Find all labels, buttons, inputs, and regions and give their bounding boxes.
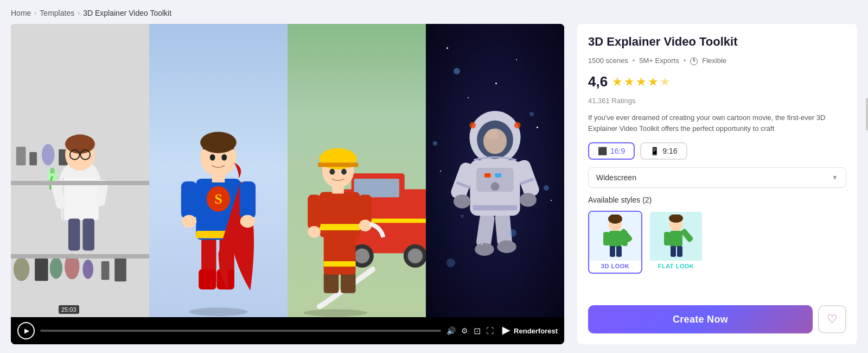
fullscreen-icon[interactable]: ⛶ — [486, 326, 494, 335]
video-controls: ▶ 🔊 ⚙ ⊡ ⛶ Renderforest — [11, 317, 564, 344]
svg-rect-75 — [484, 173, 491, 178]
svg-rect-34 — [181, 181, 197, 219]
svg-point-77 — [491, 182, 500, 191]
style-flat-card[interactable]: FLAT LOOK — [649, 211, 703, 274]
progress-bar[interactable] — [40, 330, 441, 332]
svg-rect-9 — [101, 261, 110, 280]
svg-rect-55 — [324, 261, 356, 267]
svg-rect-21 — [68, 219, 80, 251]
svg-point-41 — [210, 154, 215, 161]
breadcrumb-home[interactable]: Home — [11, 9, 31, 17]
svg-rect-104 — [677, 246, 682, 257]
template-meta: 1500 scenes • 5M+ Exports • Flexible — [588, 56, 846, 65]
svg-point-8 — [82, 260, 93, 279]
svg-point-25 — [189, 307, 248, 316]
style-3d-label: 3D LOOK — [589, 261, 641, 273]
svg-rect-58 — [308, 194, 321, 229]
svg-rect-24 — [50, 168, 55, 173]
monitor-icon: ⬛ — [598, 147, 607, 155]
meta-dot-1: • — [633, 56, 635, 65]
star-4: ★ — [648, 75, 659, 89]
aspect-9-16-label: 9:16 — [662, 147, 677, 155]
rating-value: 4,6 — [588, 73, 608, 90]
svg-rect-66 — [318, 163, 359, 167]
favorite-button[interactable]: ♡ — [818, 305, 846, 333]
resolution-dropdown[interactable]: Widescreen ▼ — [588, 167, 846, 188]
svg-rect-97 — [603, 232, 609, 245]
style-flat-image — [650, 212, 702, 261]
brand-name: Renderforest — [514, 327, 558, 335]
template-description: If you've ever dreamed of creating your … — [588, 112, 846, 134]
style-3d-image — [589, 212, 641, 261]
video-frame-lab — [11, 24, 149, 317]
svg-rect-105 — [664, 232, 670, 245]
heart-icon: ♡ — [827, 312, 838, 326]
svg-rect-28 — [199, 269, 216, 289]
svg-rect-96 — [616, 246, 622, 257]
svg-point-88 — [469, 122, 476, 129]
svg-point-4 — [14, 257, 29, 281]
svg-point-71 — [475, 243, 494, 256]
svg-point-13 — [65, 135, 95, 154]
svg-point-37 — [240, 215, 255, 228]
meta-scenes: 1500 scenes — [588, 56, 628, 65]
svg-point-46 — [355, 248, 369, 263]
svg-rect-78 — [473, 205, 517, 211]
resolution-selected: Widescreen — [596, 173, 636, 182]
svg-point-72 — [497, 240, 516, 253]
styles-grid: 3D LOOK — [588, 211, 846, 274]
svg-rect-57 — [320, 224, 360, 230]
video-time-badge: 25:03 — [59, 305, 79, 314]
svg-rect-0 — [16, 147, 26, 165]
svg-point-42 — [221, 154, 227, 161]
svg-rect-102 — [669, 231, 682, 247]
breadcrumb: Home › Templates › 3D Explainer Video To… — [11, 9, 857, 17]
svg-rect-53 — [341, 272, 355, 293]
star-rating: ★ ★ ★ ★ ★ — [612, 75, 671, 89]
meta-exports: 5M+ Exports — [639, 56, 679, 65]
rating-row: 4,6 ★ ★ ★ ★ ★ — [588, 73, 846, 90]
resolution-dropdown-container: Widescreen ▼ — [588, 167, 846, 188]
video-frame-astronaut — [426, 24, 564, 317]
play-button[interactable]: ▶ — [17, 322, 35, 339]
star-2: ★ — [624, 75, 635, 89]
svg-marker-92 — [502, 327, 510, 335]
create-now-button[interactable]: Create Now — [588, 305, 813, 333]
video-frame-superman: S — [149, 24, 288, 317]
svg-rect-10 — [114, 257, 126, 281]
captions-icon[interactable]: ⊡ — [474, 326, 481, 336]
svg-rect-95 — [610, 246, 615, 257]
svg-rect-22 — [82, 219, 94, 251]
scrollbar[interactable] — [866, 98, 868, 130]
meta-type: Flexible — [702, 56, 726, 65]
chevron-down-icon: ▼ — [832, 174, 838, 181]
svg-rect-49 — [354, 179, 399, 197]
aspect-9-16-button[interactable]: 📱 9:16 — [640, 142, 687, 160]
aspect-16-9-label: 16:9 — [610, 147, 625, 155]
renderforest-logo: Renderforest — [501, 326, 558, 336]
template-title: 3D Explainer Video Toolkit — [588, 35, 846, 49]
svg-rect-52 — [324, 272, 339, 293]
svg-point-60 — [308, 226, 321, 238]
aspect-ratio-row: ⬛ 16:9 📱 9:16 — [588, 142, 846, 160]
style-3d-card[interactable]: 3D LOOK — [588, 211, 642, 274]
svg-rect-56 — [320, 192, 360, 237]
star-3: ★ — [636, 75, 647, 89]
breadcrumb-templates[interactable]: Templates — [40, 9, 74, 17]
settings-icon[interactable]: ⚙ — [461, 326, 468, 335]
meta-dot-2: • — [684, 56, 686, 65]
rf-logo-icon — [501, 326, 511, 336]
svg-point-87 — [483, 129, 507, 154]
svg-point-51 — [303, 309, 367, 317]
volume-icon[interactable]: 🔊 — [446, 326, 456, 335]
ratings-count: 41,361 Ratings — [588, 97, 846, 105]
star-1: ★ — [612, 75, 623, 89]
svg-point-67 — [329, 169, 335, 175]
aspect-16-9-button[interactable]: ⬛ 16:9 — [588, 142, 635, 160]
svg-point-81 — [454, 194, 470, 209]
svg-rect-35 — [240, 181, 256, 219]
svg-rect-103 — [671, 246, 676, 257]
clock-icon — [690, 58, 698, 65]
svg-rect-94 — [609, 231, 622, 247]
breadcrumb-sep-1: › — [34, 9, 36, 17]
